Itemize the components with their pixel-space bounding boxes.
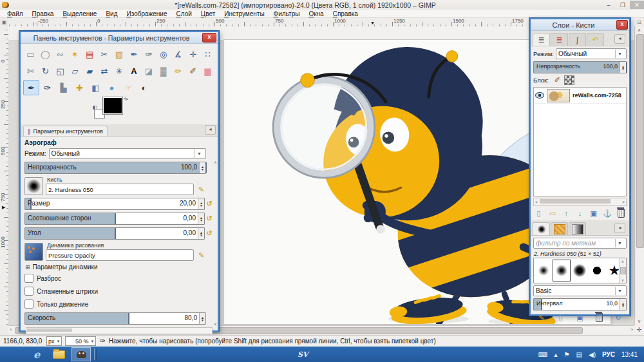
duplicate-layer-button[interactable]: ▣ [588,208,600,218]
zoom-select[interactable]: 50 %▼ [65,336,96,346]
new-layer-button[interactable]: ▯ [533,208,545,218]
tool-select-by-color[interactable]: ▤ [82,46,97,62]
tool-ellipse-select[interactable]: ◯ [38,46,53,62]
menu-item-4[interactable]: Изображение [122,10,171,17]
tab-undo-history[interactable]: ↶ [587,33,604,46]
foreground-color-swatch[interactable] [103,97,122,114]
tool-zoom[interactable]: ◎ [156,46,171,62]
aspect-spinner[interactable]: ▲▼ [198,213,204,224]
tool-scale[interactable]: ◱ [53,63,68,79]
aspect-ratio-slider[interactable]: Соотношение сторон 0,00 ▲▼ [24,213,205,225]
tool-dodge-burn[interactable]: ◐ [136,80,152,95]
unit-select[interactable]: px▼ [46,336,62,346]
checkbox-option-0[interactable]: Разброс [24,274,214,283]
keyboard-icon[interactable]: ⌨ [538,351,547,358]
tool-smudge[interactable]: ☞ [120,80,136,95]
zoom-fit-toggle-button[interactable]: ⊡ [634,18,644,27]
checkbox-icon[interactable] [24,287,33,296]
restore-button[interactable]: ❐ [616,1,630,9]
tab-tool-options[interactable]: ∥ Параметры инструментов [23,126,108,136]
canvas-navigation-button[interactable]: ✛ [634,325,644,334]
menu-item-3[interactable]: Вид [101,10,122,17]
tool-rectangle-select[interactable]: ▭ [23,46,38,62]
tool-perspective[interactable]: ▰ [82,63,97,79]
tab-layers[interactable]: ≣ [533,33,550,46]
language-indicator[interactable]: РУС [602,351,615,358]
tool-crop[interactable]: ✄ [23,63,38,79]
scroll-right-icon[interactable]: > [630,327,633,332]
tool-foreground-select[interactable]: ▧ [112,46,127,62]
brushes-dock-menu-arrow-icon[interactable]: ◂ [614,224,625,233]
action-center-flag-icon[interactable]: ⚑ [564,351,570,358]
clock[interactable]: 13:41 [621,351,638,358]
delete-brush-button[interactable] [593,312,605,323]
brush-soft-small[interactable] [535,260,552,281]
tool-fuzzy-select[interactable]: ✶ [68,46,82,62]
menu-item-1[interactable]: Правка [28,10,59,17]
tab-gradients[interactable] [569,222,586,235]
brush-hardness-050[interactable] [553,260,571,281]
tool-rotate[interactable]: ↻ [38,63,53,79]
menu-item-9[interactable]: Окна [304,10,328,17]
menu-item-0[interactable]: Файл [3,10,28,17]
scroll-up-icon[interactable]: ∧ [638,28,641,33]
menu-item-10[interactable]: Справка [328,10,363,17]
tool-paintbrush[interactable]: ✐ [185,63,200,79]
tool-bucket-fill[interactable]: ◪ [141,63,156,79]
edit-dynamics-icon[interactable]: ✎ [196,251,206,261]
checkbox-icon[interactable] [24,300,33,309]
spacing-spinner[interactable]: ▲▼ [620,299,626,310]
taskbar-gimp-button[interactable] [71,347,91,361]
ruler-corner-button[interactable]: ▣ [0,18,9,27]
minimize-button[interactable]: – [601,1,616,9]
tool-free-select[interactable]: ∾ [53,46,68,62]
scroll-down-icon[interactable]: ∨ [638,319,641,324]
hidden-icons-icon[interactable]: ▴ [554,351,558,358]
refresh-brushes-button[interactable]: ↻ [612,312,624,323]
toolbox-close-icon[interactable]: x [202,33,216,43]
swap-colors-icon[interactable]: ⇄ [122,95,129,102]
tool-cage-transform[interactable]: ✳ [112,63,127,79]
brush-preview-button[interactable] [24,177,43,195]
tool-align[interactable]: ∷ [200,46,215,62]
brush-filter-combo[interactable]: фильтр по меткам ▼ [533,238,627,249]
lock-pixels-icon[interactable]: ✐ [554,76,560,84]
tool-scissors-select[interactable]: ✂ [97,46,112,62]
layers-horizontal-scrollbar[interactable]: <> [533,198,627,206]
dock-menu-arrow-icon[interactable]: ◂ [205,125,216,135]
tab-patterns[interactable] [551,222,568,235]
dynamics-field[interactable]: Pressure Opacity [46,249,194,261]
new-group-button[interactable]: ▭ [547,208,558,218]
taskbar-ie-button[interactable]: e [26,347,48,362]
tool-text[interactable]: A [126,63,141,79]
taskbar-explorer-button[interactable] [48,347,70,362]
dynamics-preview-button[interactable] [24,243,43,261]
tool-move[interactable]: ✛ [185,46,200,62]
edit-brush-icon[interactable]: ✎ [196,186,206,195]
tool-clone[interactable]: ▙ [55,80,71,95]
tool-ink[interactable]: ✑ [39,80,55,95]
brush-set-select[interactable]: Basic ▼ [533,285,627,296]
checkbox-icon[interactable] [24,274,33,283]
vertical-ruler[interactable]: ▶ 02505007501000 [0,26,9,325]
menu-item-6[interactable]: Цвет [196,10,220,17]
size-spinner[interactable]: ▲▼ [198,198,204,209]
tool-flip[interactable]: ⇄ [97,63,112,79]
dynamics-options-expander[interactable]: ⊞ Параметры динамики [25,263,214,271]
menu-item-7[interactable]: Инструменты [220,10,269,17]
layers-close-icon[interactable]: x [616,20,628,30]
tab-brushes[interactable] [533,222,550,235]
tool-measure[interactable]: ∡ [171,46,185,62]
lock-alpha-icon[interactable] [564,75,574,85]
delete-layer-button[interactable] [615,208,627,218]
opacity-spinner[interactable]: ▲▼ [199,162,205,173]
tool-eraser[interactable]: ▆ [200,63,215,79]
tool-perspective-clone[interactable]: ◧ [88,80,104,95]
tool-paths[interactable]: ✒ [126,46,141,62]
layer-row[interactable]: reWalls.com-7258 [534,88,626,104]
tool-shear[interactable]: ▱ [68,63,82,79]
duplicate-brush-button[interactable]: ▣ [574,312,585,323]
tool-heal[interactable]: ✚ [71,80,88,95]
rate-slider[interactable]: Скорость 80,0 ▲▼ [24,312,206,325]
brush-soft-large[interactable] [571,260,588,281]
